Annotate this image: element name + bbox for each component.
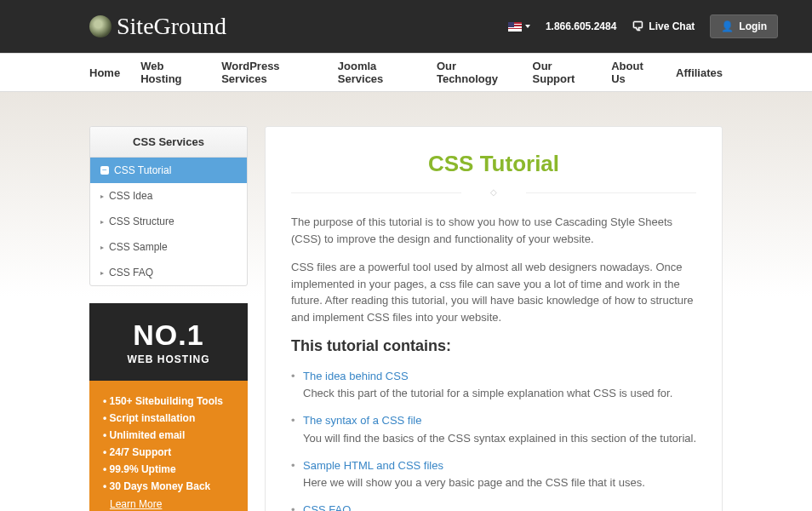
sidebar-title: CSS Services: [90, 127, 247, 158]
nav-home[interactable]: Home: [89, 66, 120, 79]
nav-technology[interactable]: Our Technology: [437, 60, 512, 85]
promo-features: 150+ Sitebuilding Tools Script installat…: [89, 381, 248, 511]
locale-selector[interactable]: [508, 22, 530, 32]
page-body: CSS Services − CSS Tutorial ▸ CSS Idea ▸…: [0, 92, 812, 511]
toc-desc: Check this part of the tutorial for a si…: [303, 386, 696, 401]
nav-wordpress[interactable]: WordPress Services: [221, 60, 317, 85]
promo-headline: NO.1: [98, 319, 239, 352]
us-flag-icon: [508, 22, 522, 32]
sidebar-item-css-tutorial[interactable]: − CSS Tutorial: [90, 158, 247, 183]
toc-desc: You will find the basics of the CSS synt…: [303, 431, 696, 446]
page-title: CSS Tutorial: [291, 151, 696, 177]
sidebar-menu: CSS Services − CSS Tutorial ▸ CSS Idea ▸…: [89, 126, 248, 286]
sidebar-item-css-structure[interactable]: ▸ CSS Structure: [90, 209, 247, 234]
nav-affiliates[interactable]: Affiliates: [676, 66, 723, 79]
phone-number: 1.866.605.2484: [546, 20, 616, 32]
bullet-icon: ▸: [100, 244, 104, 251]
intro-paragraph: The purpose of this tutorial is to show …: [291, 214, 696, 247]
logo-icon: [89, 15, 112, 37]
toc-item: The idea behind CSS Check this part of t…: [291, 365, 696, 410]
minus-icon: −: [100, 166, 109, 175]
bullet-icon: ▸: [100, 269, 104, 277]
promo-feature: Unlimited email: [103, 427, 234, 444]
toc-desc: Here we will show you a very basic page …: [303, 475, 696, 491]
sidebar-item-css-faq[interactable]: ▸ CSS FAQ: [90, 260, 247, 285]
promo-box: NO.1 WEB HOSTING 150+ Sitebuilding Tools…: [89, 303, 248, 511]
promo-feature: 150+ Sitebuilding Tools: [103, 393, 234, 410]
nav-joomla[interactable]: Joomla Services: [338, 60, 416, 85]
promo-feature: 24/7 Support: [103, 444, 234, 461]
promo-feature: Script installation: [103, 410, 234, 427]
brand-logo[interactable]: SiteGround: [89, 13, 226, 40]
promo-subheadline: WEB HOSTING: [98, 353, 239, 365]
toc-link-syntax[interactable]: The syntax of a CSS file: [303, 414, 421, 427]
learn-more-link[interactable]: Learn More: [110, 498, 162, 510]
chat-label: Live Chat: [649, 20, 695, 32]
top-bar: SiteGround 1.866.605.2484 🗨 Live Chat 👤 …: [0, 0, 812, 53]
live-chat-link[interactable]: 🗨 Live Chat: [632, 20, 695, 33]
chat-icon: 🗨: [632, 20, 643, 33]
sidebar-item-label: CSS Sample: [109, 241, 168, 253]
sidebar-item-label: CSS Structure: [109, 215, 174, 227]
intro-paragraph: CSS files are a powerful tool used by al…: [291, 259, 696, 325]
main-content: CSS Tutorial ◇ The purpose of this tutor…: [265, 126, 723, 511]
user-icon: 👤: [721, 20, 734, 32]
nav-support[interactable]: Our Support: [533, 60, 592, 85]
bullet-icon: ▸: [100, 192, 104, 200]
login-label: Login: [739, 20, 767, 32]
top-right: 1.866.605.2484 🗨 Live Chat 👤 Login: [508, 14, 778, 38]
toc-link-faq[interactable]: CSS FAQ: [303, 503, 351, 511]
sidebar: CSS Services − CSS Tutorial ▸ CSS Idea ▸…: [89, 126, 248, 511]
promo-feature: 99.9% Uptime: [103, 461, 234, 478]
toc-item: Sample HTML and CSS files Here we will s…: [291, 455, 696, 499]
promo-feature: 30 Days Money Back: [103, 478, 234, 495]
sidebar-item-css-sample[interactable]: ▸ CSS Sample: [90, 234, 247, 260]
brand-name: SiteGround: [117, 13, 226, 40]
toc-item: CSS FAQ In this part of the tutorial you…: [291, 499, 696, 511]
bullet-icon: ▸: [100, 218, 104, 226]
contains-heading: This tutorial contains:: [291, 337, 696, 355]
login-button[interactable]: 👤 Login: [710, 14, 778, 38]
nav-web-hosting[interactable]: Web Hosting: [140, 60, 201, 85]
main-nav: Home Web Hosting WordPress Services Joom…: [0, 53, 812, 92]
sidebar-item-label: CSS Tutorial: [114, 164, 171, 176]
toc-item: The syntax of a CSS file You will find t…: [291, 410, 696, 454]
toc-list: The idea behind CSS Check this part of t…: [291, 365, 696, 511]
toc-link-sample[interactable]: Sample HTML and CSS files: [303, 459, 443, 472]
nav-about[interactable]: About Us: [611, 60, 655, 85]
divider: ◇: [291, 187, 696, 197]
sidebar-item-label: CSS FAQ: [109, 267, 153, 278]
sidebar-item-label: CSS Idea: [109, 190, 152, 202]
chevron-down-icon: [525, 25, 530, 28]
toc-link-idea[interactable]: The idea behind CSS: [303, 370, 409, 382]
promo-header: NO.1 WEB HOSTING: [89, 303, 248, 381]
sidebar-item-css-idea[interactable]: ▸ CSS Idea: [90, 183, 247, 209]
